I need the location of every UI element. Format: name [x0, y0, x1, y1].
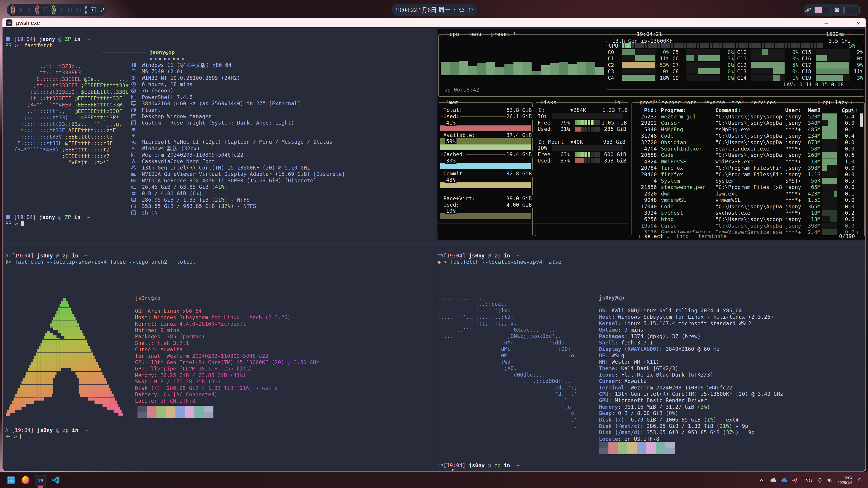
palette-swatch: [627, 442, 637, 448]
close-button[interactable]: ✕: [857, 20, 860, 26]
process-row[interactable]: 19504Cursor"C:\Users\jsony\AppDajsony398…: [437, 223, 864, 229]
tray-wifi[interactable]: [815, 473, 825, 488]
firefox-button[interactable]: [20, 475, 31, 486]
core-graph: [751, 75, 785, 81]
fastfetch-info-row: [102, 132, 345, 139]
process-row[interactable]: 2020dwmdwm.exe****+423M0.1: [437, 191, 864, 197]
process-row[interactable]: 9048vmmemWSLvmmemWSL****+1.5G0.0: [437, 197, 864, 203]
theme-icon: [131, 120, 136, 125]
vscode-button[interactable]: [50, 475, 61, 486]
ruler-icon: [805, 6, 811, 13]
closed-app-icon[interactable]: [27, 7, 32, 13]
process-row[interactable]: 4SystemSystemSYST+56K0.5: [437, 178, 864, 184]
terminal-app-icon[interactable]: [90, 7, 96, 13]
tray-clock[interactable]: 19:042025/1/6: [831, 473, 859, 488]
core-pct: 1%: [786, 75, 799, 81]
workspace-1[interactable]: 1: [11, 5, 15, 14]
process-row[interactable]: 20688Code"C:\Users\jsony\AppDajsony260M0…: [437, 152, 864, 158]
process-row[interactable]: 5340MsMpEngMsMpEng.exe****+485M0.1: [437, 126, 864, 133]
process-row[interactable]: 20784firefox"C:\Program Files\Firjsony39…: [437, 165, 864, 171]
cpu-total-meter: [622, 43, 823, 48]
process-row[interactable]: 20460firefox"C:\Program Files\Firjsony1.…: [437, 171, 864, 178]
file-app-icon[interactable]: [67, 7, 73, 13]
minimize-button[interactable]: –: [825, 20, 828, 26]
core-pct: 11%: [850, 68, 863, 74]
palette-swatch: [599, 442, 609, 448]
prompt-line: Λ [19:04] js0ny @ zp in ~V< fastfetch --…: [5, 253, 196, 265]
kali-info-row: Packages: 1374 (dpkg), 37 (brew): [599, 333, 783, 339]
process-row[interactable]: 26232wezterm-gui"C:\Users\jsony\scoopjso…: [437, 113, 864, 120]
mem-pct: 10%: [445, 208, 457, 214]
core-pct: 5%: [786, 62, 799, 68]
start-button[interactable]: [6, 475, 17, 486]
process-row[interactable]: 4824WmiPrvSEWmiPrvSE.exe****+18M1.0: [437, 158, 864, 165]
cpu-meter-label: CPU: [609, 43, 618, 49]
core-pct: 3%: [850, 75, 863, 81]
closed-app-icon[interactable]: [59, 7, 64, 13]
wezterm-icon: $W: [6, 20, 12, 26]
tray-chevron[interactable]: [757, 473, 766, 488]
palette-swatch: [646, 448, 656, 454]
core-label: C18: [802, 68, 811, 74]
workspace-3[interactable]: 3: [52, 5, 56, 14]
palette-swatch: [618, 442, 627, 448]
terminal-area[interactable]: [19:04] jsony @ ZP in ~PS > fastfetch───…: [2, 27, 866, 471]
chip-icon: [131, 165, 136, 170]
process-row[interactable]: 6256btop"C:\Users\jsony\scoopjsony13M0.0: [437, 216, 864, 222]
core-label: C12: [737, 62, 747, 68]
terminal-app-icon[interactable]: [42, 7, 49, 13]
xmark-icon: [27, 7, 32, 13]
cpu-meter: [843, 6, 860, 13]
maximize-button[interactable]: □: [841, 20, 844, 26]
tray-date: 2025/1/6: [837, 480, 852, 485]
clock-widget[interactable]: 19:04:22 1月6日 周一 • 1°: [392, 4, 477, 16]
fastfetch-info-row: 0 B / 4.00 GiB (0%): [102, 190, 345, 197]
process-row[interactable]: 4704SearchIndexerSearchIndexer.exe****+5…: [437, 145, 864, 152]
swap-panes-icon[interactable]: [99, 7, 105, 13]
closed-app-icon[interactable]: [18, 7, 24, 13]
proc-sort: < cpu lazy >: [816, 99, 854, 105]
core-label: C16: [802, 55, 811, 62]
firefox-app-icon[interactable]: [76, 7, 82, 13]
workspace-2[interactable]: 2: [35, 5, 39, 14]
tray-location[interactable]: [790, 473, 800, 488]
process-row[interactable]: 17040Code"C:\Users\jsony\AppDajsony365M0…: [437, 203, 864, 210]
core-graph: [622, 75, 656, 81]
font2-icon: [131, 159, 136, 164]
btop-monitor[interactable]: ¹cpu menu preset *19:04:21─ 1500ms +13th…: [437, 29, 865, 240]
io-title: io: [614, 99, 620, 105]
process-row[interactable]: 3924svchostsvchost.exe****+10M0.2: [437, 210, 864, 216]
tray-onedrive-gray[interactable]: [768, 473, 778, 488]
wezterm-taskbar-button[interactable]: $W: [35, 475, 46, 486]
fastfetch-info-row: CaskaydiaCove Nerd Font: [102, 158, 345, 165]
prompt-line: [19:04] js0ny @ zp in ~ >: [437, 462, 520, 471]
core-graph: [816, 55, 850, 61]
arch-ascii-logo: ▄ ▟█▙ ▟███▙ ▟█████▙ ▟███████▙ ▂▔▀▜██████…: [6, 295, 123, 417]
kali-info-row: Display (XWAYLAND0): 3840x2160 @ 60 Hz: [599, 346, 783, 352]
taskbar[interactable]: $WENG19:042025/1/6: [0, 473, 868, 488]
tray-notifications[interactable]: [855, 473, 865, 488]
kali-info-row: Disk (/mnt/d): 353.65 GiB / 953.85 GiB (…: [599, 429, 783, 435]
kali-info-row: Kernel: Linux 5.15.167.4-microsoft-stand…: [599, 320, 783, 327]
pane-bottom-left[interactable]: Λ [19:04] js0ny @ zp in ~V< fastfetch --…: [2, 243, 435, 471]
palette-swatch: [185, 406, 194, 412]
kali-info-row: Locale: en_US.UTF-8: [599, 436, 783, 442]
process-row[interactable]: 31748Code"C:\Users\jsony\AppDajsony234M0…: [437, 133, 864, 139]
ffdim-icon: [76, 7, 82, 13]
workspace-4-active[interactable]: 4: [85, 5, 87, 14]
mem-value: 63.8 GiB: [505, 107, 533, 113]
tray-language[interactable]: ENG: [801, 473, 813, 488]
tray-onedrive-blue[interactable]: [779, 473, 789, 488]
pane-top-left[interactable]: [19:04] jsony @ ZP in ~PS > fastfetch───…: [2, 27, 435, 243]
kali-fastfetch-info: OS: Kali GNU/Linux kali-rolling 2024.4 x…: [599, 307, 783, 442]
system-stats-widget[interactable]: [804, 4, 861, 16]
core-graph: [816, 49, 850, 55]
titlebar[interactable]: $W pwsh.exe – □ ✕: [2, 18, 866, 27]
pane-bottom-right[interactable]: [19:04] js0ny @ zp in ~◆ > fastfetch --l…: [435, 243, 866, 471]
kali-info-row: Disk (/): 6.79 GiB / 1006.85 GiB (1%) - …: [599, 417, 783, 423]
process-row[interactable]: 32720Obsidian"C:\Users\jsony\AppDajsony6…: [437, 139, 864, 145]
fastfetch-info: ────────────── jsony@zp◆◆◆◆◆◆◆◆Windows 1…: [102, 49, 345, 216]
process-row[interactable]: 21556steamwebhelper"C:\Program Files (x8…: [437, 184, 864, 190]
cpu-total-pct: 5%: [849, 43, 855, 49]
process-row[interactable]: 29292Cursor"C:\Users\jsony\AppDajsony340…: [437, 120, 864, 126]
